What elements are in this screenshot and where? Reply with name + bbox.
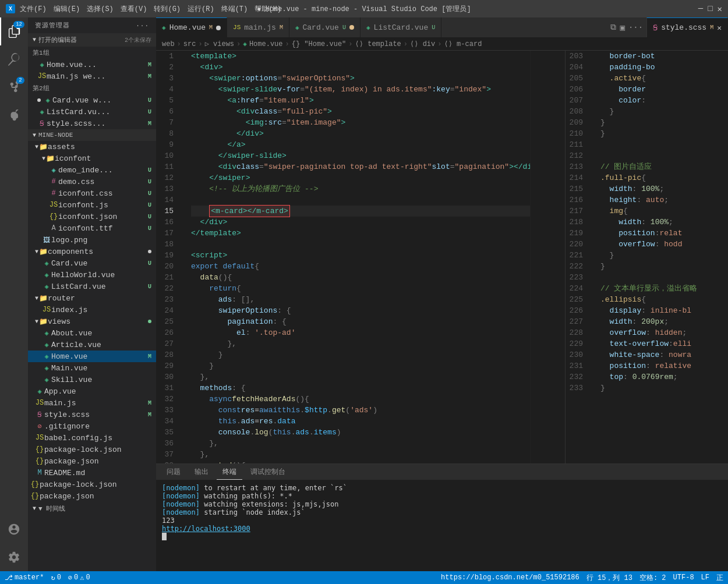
bc-div[interactable]: ⟨⟩ div	[410, 40, 435, 48]
file-about-vue[interactable]: ◈ About.vue	[28, 327, 156, 339]
iconfont-ttf-badge: U	[148, 225, 151, 232]
file-root-package-json[interactable]: {} package.json	[28, 490, 156, 502]
maximize-button[interactable]: □	[708, 4, 712, 14]
status-language[interactable]: 正	[716, 573, 723, 583]
titlebar-menu[interactable]: 文件(F) 编辑(E) 选择(S) 查看(V) 转到(G) 运行(R) 终端(T…	[20, 4, 281, 14]
activity-search[interactable]	[0, 45, 28, 73]
activity-account[interactable]	[0, 515, 28, 543]
file-package-lock-json[interactable]: {} package-lock.json	[28, 444, 156, 455]
file-main-vue[interactable]: ◈ Main.vue	[28, 362, 156, 374]
menu-terminal[interactable]: 终端(T)	[221, 4, 248, 14]
status-link[interactable]: https://blog.csdn.net/m0_51592186	[441, 573, 579, 583]
status-errors[interactable]: ⊘ 0 ⚠ 0	[68, 574, 90, 582]
open-editor-style-scss[interactable]: Ꞩ style.scss... M	[28, 118, 156, 129]
bc-mcard[interactable]: ⟨⟩ m-card	[444, 40, 482, 48]
file-package-json[interactable]: {} package.json	[28, 455, 156, 467]
assets-label: assets	[48, 143, 151, 151]
style-scss-tab-close[interactable]: ✕	[717, 23, 722, 33]
tab-actions: ⧉ ▣ ···	[607, 17, 646, 37]
timeline-section[interactable]: ▼ ▼ 时间线	[28, 502, 156, 515]
bc-home-vue[interactable]: Home.vue	[249, 40, 283, 48]
skill-vue-label: Skill.vue	[51, 376, 151, 384]
menu-run[interactable]: 运行(R)	[188, 4, 214, 14]
tab-card-vue[interactable]: ◈ Card.vue U	[289, 17, 361, 37]
file-gitignore[interactable]: ⊘ .gitignore	[28, 420, 156, 432]
open-editors-section[interactable]: ▼ 打开的编辑器 2个未保存	[28, 33, 156, 47]
file-logo-png[interactable]: 🖼 logo.png	[28, 234, 156, 246]
activity-explorer[interactable]: 12	[0, 17, 28, 45]
file-app-vue[interactable]: ◈ App.vue	[28, 385, 156, 397]
main-editor-body[interactable]: 1 2 3 4 5 6 7 8 9 10 11 12 13 14	[156, 51, 565, 463]
file-main-js[interactable]: JS main.js M	[28, 397, 156, 409]
file-listcard-vue[interactable]: ◈ ListCard.vue U	[28, 281, 156, 292]
file-demo-index[interactable]: ◈ demo_inde... U	[28, 164, 156, 176]
file-readme[interactable]: M README.md	[28, 467, 156, 479]
activity-settings[interactable]	[0, 543, 28, 571]
titlebar-controls[interactable]: ─ □ ✕	[698, 4, 722, 14]
views-label: views	[48, 317, 146, 326]
menu-file[interactable]: 文件(F)	[20, 4, 47, 14]
project-section[interactable]: ▼ MINE-NODE	[28, 129, 156, 141]
tab-debug-console[interactable]: 调试控制台	[245, 465, 291, 479]
menu-view[interactable]: 查看(V)	[121, 4, 147, 14]
status-sync[interactable]: ↻ 0	[51, 574, 61, 582]
menu-goto[interactable]: 转到(G)	[154, 4, 181, 14]
tab-output[interactable]: 输出	[189, 465, 214, 479]
file-iconfont-css[interactable]: # iconfont.css U	[28, 187, 156, 199]
status-spaces[interactable]: 空格: 2	[639, 573, 666, 583]
bc-template-obj[interactable]: {} "Home.vue"	[292, 40, 347, 48]
bc-src[interactable]: src	[183, 40, 196, 48]
folder-views[interactable]: ▼ 📁 views	[28, 316, 156, 327]
folder-assets[interactable]: ▼ 📁 assets	[28, 141, 156, 153]
tab-terminal[interactable]: 终端	[217, 465, 242, 480]
status-position[interactable]: 行 15，列 13	[586, 573, 632, 583]
status-line-ending[interactable]: LF	[701, 573, 709, 583]
status-encoding[interactable]: UTF-8	[673, 573, 694, 583]
tab-style-scss[interactable]: Ꞩ style.scss M ✕	[646, 17, 728, 37]
file-article-vue[interactable]: ◈ Article.vue	[28, 339, 156, 351]
file-helloworld-vue[interactable]: ◈ HelloWorld.vue	[28, 269, 156, 281]
folder-iconfont[interactable]: ▼ 📁 iconfont	[28, 153, 156, 164]
open-editor-card-vue[interactable]: ◈ Card.vue w... U	[28, 94, 156, 106]
open-editor-listcard-vue[interactable]: ◈ ListCard.vu... U	[28, 106, 156, 118]
code-content[interactable]: <template> <div> <swiper :options="swipe…	[185, 51, 530, 463]
file-root-package-lock[interactable]: {} package-lock.json	[28, 479, 156, 490]
tab-home-vue[interactable]: ◈ Home.vue M	[156, 17, 227, 37]
file-style-scss[interactable]: Ꞩ style.scss M	[28, 409, 156, 420]
tab-main-js[interactable]: JS main.js M	[227, 17, 289, 37]
tab-listcard-vue[interactable]: ◈ ListCard.vue U	[361, 17, 441, 37]
editor-container: ◈ Home.vue M JS main.js M ◈ Card.vue U ◈…	[156, 17, 728, 571]
file-iconfont-js[interactable]: JS iconfont.js U	[28, 199, 156, 211]
file-iconfont-json[interactable]: {} iconfont.json U	[28, 211, 156, 222]
terminal-body[interactable]: [nodemon] to restart at any time, enter …	[156, 480, 728, 571]
file-skill-vue[interactable]: ◈ Skill.vue	[28, 374, 156, 385]
menu-edit[interactable]: 编辑(E)	[54, 4, 80, 14]
file-demo-css[interactable]: # demo.css U	[28, 176, 156, 187]
bc-template[interactable]: ⟨⟩ template	[355, 40, 401, 48]
status-branch[interactable]: ⎇ master*	[5, 574, 44, 582]
file-router-index[interactable]: JS index.js	[28, 304, 156, 316]
right-editor-body[interactable]: 203 204 205 206 207 208 209 210 211 212 …	[566, 51, 728, 463]
file-iconfont-ttf[interactable]: A iconfont.ttf U	[28, 222, 156, 234]
folder-components[interactable]: ▼ 📁 components	[28, 246, 156, 257]
bc-web[interactable]: web	[162, 40, 175, 48]
folder-router[interactable]: ▼ 📁 router	[28, 292, 156, 304]
layout-icon[interactable]: ▣	[620, 23, 624, 33]
open-editor-home-vue[interactable]: ◈ Home.vue... M	[28, 59, 156, 70]
split-editor-icon[interactable]: ⧉	[610, 23, 616, 32]
file-card-vue[interactable]: ◈ Card.vue U	[28, 257, 156, 269]
ln-19: 19	[156, 250, 179, 261]
minimize-button[interactable]: ─	[698, 4, 703, 14]
ln-22: 22	[156, 283, 179, 294]
menu-select[interactable]: 选择(S)	[87, 4, 114, 14]
bc-views[interactable]: ▷ views	[205, 40, 234, 48]
activity-source-control[interactable]: 2	[0, 73, 28, 101]
more-actions-icon[interactable]: ···	[628, 23, 643, 32]
file-babel-config[interactable]: JS babel.config.js	[28, 432, 156, 444]
close-button[interactable]: ✕	[718, 4, 722, 14]
activity-extensions[interactable]	[0, 101, 28, 129]
tab-problems[interactable]: 问题	[161, 465, 186, 479]
open-editor-main-js[interactable]: JS main.js we... M	[28, 70, 156, 82]
file-home-vue[interactable]: ◈ Home.vue M	[28, 351, 156, 362]
sidebar-more-icon[interactable]: ···	[136, 22, 149, 29]
